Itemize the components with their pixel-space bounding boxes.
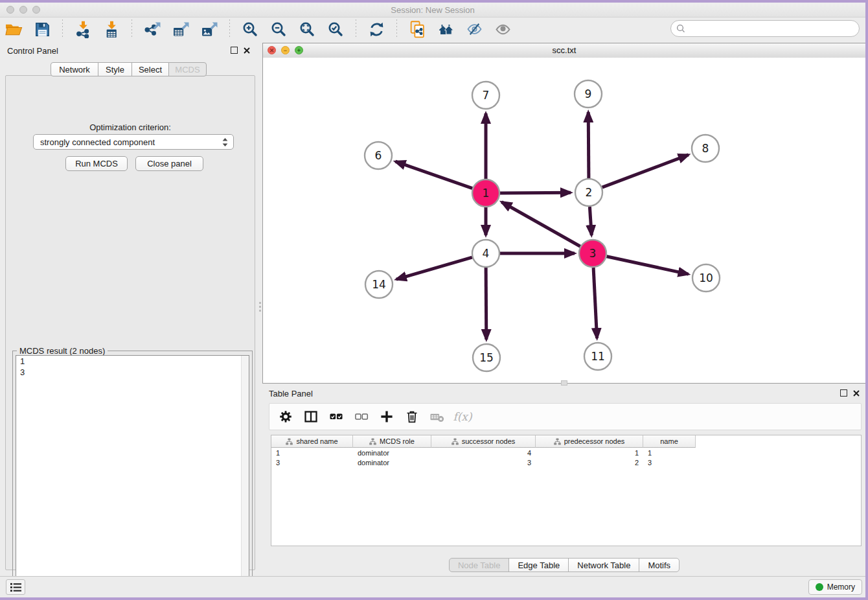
tab-select[interactable]: Select (131, 62, 169, 76)
table-row[interactable]: 1dominator411 (271, 448, 861, 457)
close-panel-icon[interactable] (853, 390, 860, 397)
graph-edge-2-9[interactable] (588, 112, 589, 178)
stepper-arrows-icon (222, 137, 228, 147)
select-all-button[interactable] (328, 409, 344, 424)
refresh-icon (369, 21, 385, 38)
apply-layout-button[interactable] (367, 19, 385, 39)
table-cell[interactable]: dominator (353, 449, 431, 457)
graph-node-6[interactable]: 6 (365, 142, 392, 169)
table-row[interactable]: 3dominator323 (271, 457, 861, 467)
new-network-from-selection-button[interactable] (408, 19, 426, 39)
graph-edge-2-8[interactable] (602, 155, 689, 187)
task-history-button[interactable] (6, 579, 25, 595)
application-window: Session: New Session Control Panel Netwo… (0, 0, 868, 600)
hide-selected-button[interactable] (465, 19, 483, 39)
export-table-button[interactable] (172, 19, 190, 39)
network-canvas[interactable]: 7968124314101511 (263, 58, 865, 383)
table-cell[interactable]: 1 (536, 449, 643, 457)
graph-edge-3-11[interactable] (593, 268, 597, 338)
float-panel-icon[interactable] (231, 47, 238, 54)
tab-edge-table[interactable]: Edge Table (508, 558, 569, 572)
graph-node-4[interactable]: 4 (472, 240, 499, 267)
toolbar-separator (396, 19, 397, 39)
export-table-icon (172, 21, 189, 38)
first-neighbors-button[interactable] (437, 19, 455, 39)
column-header-mcds-role[interactable]: MCDS role (353, 435, 431, 448)
export-image-button[interactable] (200, 19, 218, 39)
table-cell[interactable]: 2 (536, 459, 643, 467)
delete-column-button[interactable] (404, 409, 420, 424)
graph-node-10[interactable]: 10 (692, 264, 720, 292)
graph-node-15[interactable]: 15 (473, 344, 500, 371)
graph-node-8[interactable]: 8 (692, 135, 719, 162)
table-cell[interactable]: 1 (271, 449, 353, 457)
show-all-button[interactable] (494, 19, 512, 39)
table-cell[interactable]: 3 (643, 459, 696, 467)
tab-network[interactable]: Network (51, 62, 98, 76)
mcds-result-item[interactable]: 1 (16, 356, 249, 367)
graph-node-3[interactable]: 3 (579, 240, 606, 267)
graph-edge-2-3[interactable] (589, 207, 591, 235)
graph-node-7[interactable]: 7 (472, 82, 499, 109)
column-type-icon (286, 438, 293, 445)
table-cell[interactable]: 4 (431, 449, 536, 457)
mcds-result-item[interactable]: 3 (16, 367, 249, 378)
tab-motifs[interactable]: Motifs (639, 558, 680, 572)
tab-mcds[interactable]: MCDS (168, 62, 207, 76)
graph-edge-3-10[interactable] (607, 257, 689, 274)
table-cell[interactable]: 3 (431, 459, 536, 467)
open-session-button[interactable] (5, 19, 23, 39)
criterion-selected-value: strongly connected component (40, 137, 222, 147)
toggle-panes-button[interactable] (303, 409, 319, 424)
graph-node-1[interactable]: 1 (472, 179, 499, 207)
table-cell[interactable]: dominator (353, 459, 431, 467)
graph-edge-4-15[interactable] (486, 268, 486, 340)
criterion-select[interactable]: strongly connected component (33, 134, 234, 150)
function-builder-button: f(x) (455, 409, 470, 424)
table-settings-button[interactable] (278, 409, 293, 424)
table-cell[interactable]: 3 (271, 459, 353, 467)
add-column-button[interactable] (379, 409, 394, 424)
export-network-button[interactable] (143, 19, 161, 39)
tab-network-table[interactable]: Network Table (568, 558, 639, 572)
graph-edge-3-1[interactable] (501, 202, 580, 247)
graph-edge-1-6[interactable] (395, 161, 472, 189)
splitter-handle[interactable] (561, 380, 567, 386)
zoom-selected-button[interactable] (326, 19, 345, 39)
table-toolbar: f(x) (269, 403, 862, 430)
close-panel-button[interactable]: Close panel (135, 156, 203, 171)
export-image-icon (201, 21, 218, 38)
result-scrollbar[interactable] (241, 356, 249, 595)
close-panel-icon[interactable] (244, 47, 250, 54)
import-table-button[interactable] (102, 19, 120, 39)
graph-edge-1-2[interactable] (500, 192, 571, 193)
import-network-button[interactable] (74, 19, 92, 39)
run-mcds-button[interactable]: Run MCDS (65, 156, 128, 171)
memory-label: Memory (827, 583, 855, 592)
graph-node-9[interactable]: 9 (575, 80, 602, 108)
import-table-icon (104, 21, 120, 38)
column-header-predecessor-nodes[interactable]: predecessor nodes (536, 435, 643, 448)
search-input[interactable] (689, 23, 854, 34)
tab-style[interactable]: Style (98, 62, 132, 76)
save-session-button[interactable] (33, 19, 51, 39)
zoom-fit-button[interactable] (298, 19, 316, 39)
graph-node-14[interactable]: 14 (365, 271, 393, 298)
column-header-shared-name[interactable]: shared name (271, 435, 353, 448)
desktop-edge (865, 0, 868, 600)
graph-edge-4-14[interactable] (396, 257, 472, 279)
graph-node-11[interactable]: 11 (584, 343, 611, 370)
zoom-in-button[interactable] (241, 19, 259, 39)
mcds-result-list[interactable]: 13 (16, 355, 249, 596)
column-header-successor-nodes[interactable]: successor nodes (431, 435, 536, 448)
column-header-name[interactable]: name (643, 435, 696, 448)
memory-button[interactable]: Memory (808, 579, 862, 595)
graph-node-2[interactable]: 2 (575, 179, 602, 206)
deselect-all-button[interactable] (354, 409, 369, 424)
splitter-handle[interactable] (258, 299, 262, 314)
float-panel-icon[interactable] (840, 389, 847, 397)
table-cell[interactable]: 1 (643, 449, 696, 457)
column-type-icon (451, 438, 459, 445)
tab-node-table[interactable]: Node Table (449, 558, 510, 572)
zoom-out-button[interactable] (269, 19, 288, 39)
